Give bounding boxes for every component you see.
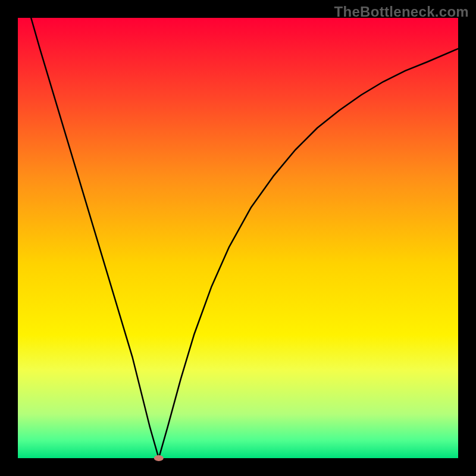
minimum-marker bbox=[154, 455, 164, 461]
chart-frame: TheBottleneck.com bbox=[0, 0, 476, 476]
bottleneck-curve bbox=[31, 18, 458, 458]
curve-svg bbox=[18, 18, 458, 458]
